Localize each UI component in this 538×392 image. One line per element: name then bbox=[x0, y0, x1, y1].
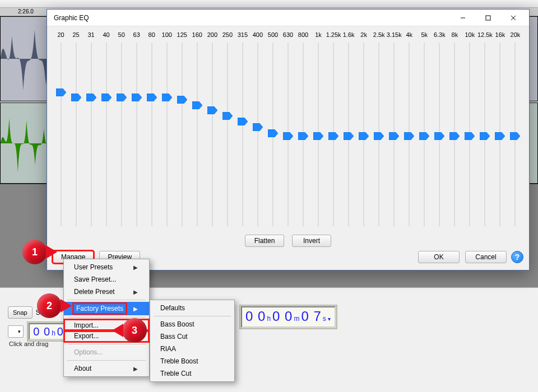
help-button[interactable]: ? bbox=[511, 251, 523, 263]
menu-factory-presets[interactable]: Factory Presets▶ bbox=[64, 302, 149, 315]
freq-labels: 2025314050638010012516020025031540050063… bbox=[53, 30, 523, 41]
svg-marker-7 bbox=[71, 94, 81, 101]
svg-marker-31 bbox=[434, 132, 444, 140]
eq-slider-thumb[interactable] bbox=[389, 132, 399, 140]
eq-slider-thumb[interactable] bbox=[419, 132, 429, 140]
eq-slider-thumb[interactable] bbox=[344, 132, 354, 140]
eq-slider-thumb[interactable] bbox=[404, 132, 414, 140]
close-button[interactable] bbox=[500, 10, 526, 26]
eq-slider-thumb[interactable] bbox=[56, 88, 66, 96]
eq-slider-track[interactable] bbox=[257, 43, 258, 226]
freq-label: 250 bbox=[222, 31, 233, 38]
menu-save-preset[interactable]: Save Preset... bbox=[64, 273, 149, 286]
svg-marker-12 bbox=[147, 94, 157, 101]
cancel-button[interactable]: Cancel bbox=[465, 251, 507, 263]
eq-slider-thumb[interactable] bbox=[222, 112, 233, 120]
svg-marker-29 bbox=[404, 132, 414, 140]
eq-slider-track[interactable] bbox=[106, 43, 107, 226]
eq-slider-track[interactable] bbox=[91, 43, 92, 226]
callout-3: 3 bbox=[122, 318, 147, 343]
eq-slider-thumb[interactable] bbox=[162, 94, 172, 101]
submenu-defaults[interactable]: Defaults bbox=[150, 302, 234, 314]
freq-label: 3.15k bbox=[387, 31, 402, 38]
eq-slider-track[interactable] bbox=[242, 43, 243, 226]
submenu-bass-boost[interactable]: Bass Boost bbox=[150, 318, 234, 330]
svg-marker-6 bbox=[56, 88, 66, 96]
dialog-titlebar[interactable]: Graphic EQ bbox=[47, 10, 529, 26]
freq-label: 6.3k bbox=[434, 31, 446, 38]
freq-label: 160 bbox=[192, 31, 202, 38]
eq-slider-thumb[interactable] bbox=[71, 94, 81, 101]
menu-delete-preset[interactable]: Delete Preset▶ bbox=[64, 286, 149, 298]
menu-about[interactable]: About▶ bbox=[64, 362, 149, 375]
menu-separator bbox=[67, 344, 146, 344]
eq-slider-track[interactable] bbox=[76, 43, 77, 226]
eq-slider-thumb[interactable] bbox=[328, 132, 338, 140]
dialog-title: Graphic EQ bbox=[54, 14, 450, 22]
freq-label: 12.5k bbox=[477, 31, 493, 38]
svg-marker-25 bbox=[344, 132, 354, 140]
freq-label: 50 bbox=[118, 31, 125, 38]
eq-slider-thumb[interactable] bbox=[283, 132, 293, 140]
bg-top-strip bbox=[0, 0, 538, 8]
snap-select[interactable] bbox=[8, 325, 24, 338]
menu-separator bbox=[67, 317, 146, 318]
submenu-treble-cut[interactable]: Treble Cut bbox=[150, 367, 234, 380]
eq-slider-thumb[interactable] bbox=[132, 94, 142, 101]
eq-slider-thumb[interactable] bbox=[253, 123, 263, 131]
eq-slider-track[interactable] bbox=[166, 43, 168, 226]
freq-label: 63 bbox=[133, 31, 140, 38]
eq-slider-track[interactable] bbox=[212, 43, 213, 226]
freq-label: 125 bbox=[177, 31, 187, 38]
freq-label: 100 bbox=[162, 31, 172, 38]
svg-marker-36 bbox=[510, 132, 520, 140]
snap-button[interactable]: Snap bbox=[8, 306, 33, 319]
eq-slider-thumb[interactable] bbox=[480, 132, 490, 140]
eq-slider-thumb[interactable] bbox=[268, 129, 278, 137]
svg-marker-16 bbox=[207, 106, 217, 114]
eq-slider-thumb[interactable] bbox=[192, 101, 202, 109]
graphic-eq-dialog: Graphic EQ 20253140506380100125160200250… bbox=[47, 9, 530, 270]
ok-button[interactable]: OK bbox=[418, 251, 460, 263]
eq-slider-track[interactable] bbox=[136, 43, 137, 226]
svg-marker-21 bbox=[283, 132, 293, 140]
eq-slider-thumb[interactable] bbox=[86, 94, 96, 101]
svg-marker-28 bbox=[389, 132, 399, 140]
eq-slider-thumb[interactable] bbox=[147, 94, 157, 101]
eq-slider-thumb[interactable] bbox=[117, 94, 127, 101]
submenu-treble-boost[interactable]: Treble Boost bbox=[150, 355, 234, 367]
eq-slider-track[interactable] bbox=[182, 43, 183, 226]
menu-separator bbox=[154, 316, 231, 316]
eq-slider-thumb[interactable] bbox=[298, 132, 308, 140]
menu-user-presets[interactable]: User Presets▶ bbox=[64, 261, 149, 273]
eq-area: 2025314050638010012516020025031540050063… bbox=[53, 30, 523, 231]
eq-slider-thumb[interactable] bbox=[101, 94, 112, 101]
eq-slider-thumb[interactable] bbox=[207, 106, 217, 114]
eq-slider-thumb[interactable] bbox=[495, 132, 505, 140]
eq-slider-thumb[interactable] bbox=[374, 132, 384, 140]
eq-slider-thumb[interactable] bbox=[510, 132, 520, 140]
callout-1: 1 bbox=[22, 240, 47, 264]
eq-sliders bbox=[53, 43, 523, 226]
eq-slider-track[interactable] bbox=[151, 43, 152, 226]
maximize-button[interactable] bbox=[475, 10, 500, 26]
eq-slider-track[interactable] bbox=[61, 43, 62, 226]
freq-label: 500 bbox=[268, 31, 278, 38]
eq-slider-track[interactable] bbox=[121, 43, 122, 226]
eq-slider-thumb[interactable] bbox=[465, 132, 475, 140]
submenu-riaa[interactable]: RIAA bbox=[150, 343, 234, 355]
eq-slider-track[interactable] bbox=[227, 43, 228, 226]
invert-button[interactable]: Invert bbox=[292, 235, 331, 247]
eq-slider-thumb[interactable] bbox=[359, 132, 369, 140]
minimize-button[interactable] bbox=[450, 10, 475, 26]
submenu-bass-cut[interactable]: Bass Cut bbox=[150, 330, 234, 343]
svg-marker-27 bbox=[374, 132, 384, 140]
eq-slider-thumb[interactable] bbox=[434, 132, 444, 140]
flatten-button[interactable]: Flatten bbox=[245, 235, 284, 247]
eq-slider-track[interactable] bbox=[197, 43, 198, 226]
eq-slider-thumb[interactable] bbox=[313, 132, 323, 140]
eq-slider-thumb[interactable] bbox=[238, 118, 248, 125]
time-readout-large[interactable]: 0 0h 0 0m 0 7s▾ bbox=[239, 305, 337, 329]
eq-slider-thumb[interactable] bbox=[177, 96, 187, 104]
eq-slider-thumb[interactable] bbox=[449, 132, 460, 140]
